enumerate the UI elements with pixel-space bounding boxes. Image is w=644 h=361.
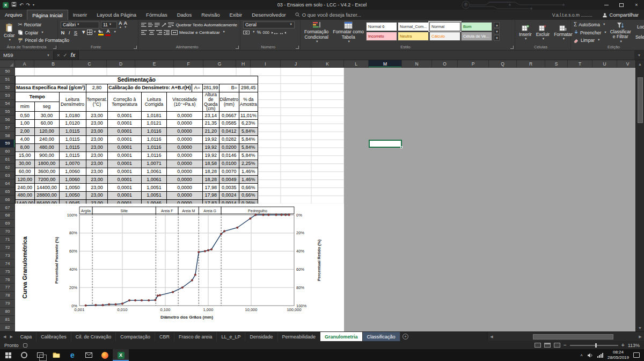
data-cell[interactable]: 2,00 [16, 128, 35, 136]
data-cell[interactable]: 23,00 [86, 176, 108, 184]
data-cell[interactable]: 0,0001 [108, 168, 142, 176]
data-cell[interactable]: 0,0001 [108, 184, 142, 192]
zoom-slider[interactable] [570, 345, 618, 346]
cell-style-normal-com-[interactable]: Normal_Com... [398, 22, 429, 31]
autosum-button[interactable]: ΣAutoSoma▼ [573, 21, 608, 28]
ribbon-tab-inserir[interactable]: Inserir [68, 10, 92, 20]
borders-button[interactable]: ▼ [87, 30, 96, 35]
volume-icon[interactable] [587, 353, 593, 358]
data-cell[interactable]: 0,0001 [108, 143, 142, 151]
name-box[interactable]: M59 ▼ [0, 50, 54, 60]
data-cell[interactable]: 17,98 [203, 192, 219, 200]
data-cell[interactable]: 23,00 [86, 128, 108, 136]
data-cell[interactable]: 18,28 [203, 176, 219, 184]
column-header-R[interactable]: R [517, 60, 545, 68]
scroll-down-icon[interactable]: ▼ [636, 324, 644, 331]
cells-viewport[interactable]: SedimentaçãoMassa Específica Real (g/cm³… [15, 68, 635, 331]
row-header-74[interactable]: 74 [0, 259, 15, 268]
orientation-icon[interactable] [162, 23, 167, 27]
data-cell[interactable]: 1,0115 [59, 143, 86, 151]
data-cell[interactable]: 0,0000 [167, 112, 203, 120]
column-header-U[interactable]: U [592, 60, 617, 68]
table-header-cell[interactable]: Diâmetro (mm) [219, 92, 239, 112]
row-header-64[interactable]: 64 [0, 179, 15, 187]
table-header-cell[interactable]: Viscosidade (10⁻⁴Pa.s) [167, 92, 203, 112]
data-cell[interactable]: 0,0000 [167, 143, 203, 151]
column-header-H[interactable]: H [236, 60, 251, 68]
increase-decimal-icon[interactable] [271, 30, 278, 35]
data-cell[interactable]: 1,0060 [59, 176, 86, 184]
sheet-tab-classifica-o[interactable]: Classificação [363, 332, 400, 341]
table-header-cell[interactable]: Leitura Corrigida [141, 92, 166, 112]
edge-button[interactable]: e [64, 349, 80, 361]
find-select-button[interactable]: Localizar eSelecionar ▼ [633, 21, 644, 44]
data-cell[interactable]: 0,0412 [219, 128, 239, 136]
data-cell[interactable]: 0,0200 [219, 143, 239, 151]
next-sheet-icon[interactable]: ▶ [10, 335, 12, 339]
align-middle-icon[interactable] [148, 23, 153, 27]
align-bottom-icon[interactable] [155, 23, 160, 27]
data-cell[interactable]: 1,0116 [141, 136, 166, 144]
data-cell[interactable]: 1,0116 [141, 143, 166, 151]
font-size-combo[interactable]: 11▼ [101, 21, 117, 28]
data-cell[interactable]: 4,00 [16, 136, 35, 144]
data-cell[interactable]: 0,0001 [108, 128, 142, 136]
data-cell[interactable]: 23,00 [86, 184, 108, 192]
data-cell[interactable]: 1,0051 [141, 192, 166, 200]
page-break-view-button[interactable] [554, 343, 560, 348]
data-cell[interactable]: 0,66% [239, 184, 258, 192]
row-header-79[interactable]: 79 [0, 300, 15, 308]
row-header-75[interactable]: 75 [0, 268, 15, 276]
data-cell[interactable]: 15,00 [16, 151, 35, 160]
cortana-button[interactable] [16, 349, 32, 361]
prev-sheet-icon[interactable]: ◀ [3, 335, 6, 339]
align-right-icon[interactable] [156, 30, 162, 35]
data-cell[interactable]: 2,25% [239, 160, 258, 168]
fill-handle[interactable] [400, 146, 402, 148]
vertical-scrollbar[interactable]: ▲ ▼ [635, 60, 644, 331]
data-cell[interactable]: 6,23% [239, 120, 258, 128]
row-header-69[interactable]: 69 [0, 220, 15, 228]
cell[interactable]: B= [219, 84, 239, 92]
row-header-71[interactable]: 71 [0, 236, 15, 244]
data-cell[interactable]: 11,01% [239, 112, 258, 120]
row-header-55[interactable]: 55 [0, 107, 15, 115]
column-header-F[interactable]: F [174, 60, 203, 68]
sheet-tab-cil-de-crava-o[interactable]: Cil. de Cravação [71, 332, 116, 341]
data-cell[interactable]: 1,0120 [59, 120, 86, 128]
data-cell[interactable]: 0,0001 [108, 120, 142, 128]
sheet-tab-granulometria[interactable]: Granulometria [320, 332, 363, 341]
format-as-table-button[interactable]: Formatar comoTabela ▼ [331, 21, 366, 44]
data-cell[interactable]: 0,0585 [219, 120, 239, 128]
column-header-A[interactable]: A [15, 60, 34, 68]
align-left-icon[interactable] [141, 30, 147, 35]
row-header-54[interactable]: 54 [0, 100, 15, 108]
cell-style-c-lula-de-ve-[interactable]: Célula de Ve... [461, 32, 492, 41]
table-header-cell[interactable]: Altura de Queda (cm) [203, 92, 219, 112]
data-cell[interactable]: 0,0282 [219, 136, 239, 144]
font-name-combo[interactable]: Calibri▼ [61, 21, 99, 28]
horizontal-scrollbar[interactable]: ◀ ▶ [487, 332, 644, 341]
data-cell[interactable]: 0,0070 [219, 168, 239, 176]
data-cell[interactable]: 0,0049 [219, 176, 239, 184]
data-cell[interactable]: 1,0050 [59, 192, 86, 200]
action-center-icon[interactable] [633, 352, 640, 358]
column-header-V[interactable]: V [617, 60, 635, 68]
shrink-font-button[interactable]: A▼ [124, 21, 128, 28]
zoom-level[interactable]: 113% [628, 343, 640, 348]
align-center-icon[interactable] [149, 30, 155, 35]
share-button[interactable]: Compartilhar [597, 10, 644, 20]
scroll-up-icon[interactable]: ▲ [636, 60, 644, 68]
cell-style-c-lculo[interactable]: Cálculo [429, 32, 460, 41]
data-cell[interactable]: 1,0051 [141, 184, 166, 192]
column-header-T[interactable]: T [568, 60, 592, 68]
data-cell[interactable]: 0,66% [239, 192, 258, 200]
row-header-51[interactable]: 51 [0, 76, 15, 84]
data-cell[interactable]: 120,00 [34, 128, 59, 136]
data-cell[interactable]: 0,0024 [219, 192, 239, 200]
data-cell[interactable]: 1,0050 [59, 184, 86, 192]
data-cell[interactable]: 17,98 [203, 184, 219, 192]
data-cell[interactable]: 0,0000 [167, 120, 203, 128]
data-cell[interactable]: 0,0146 [219, 151, 239, 160]
cell-style-normal[interactable]: Normal [429, 22, 460, 31]
